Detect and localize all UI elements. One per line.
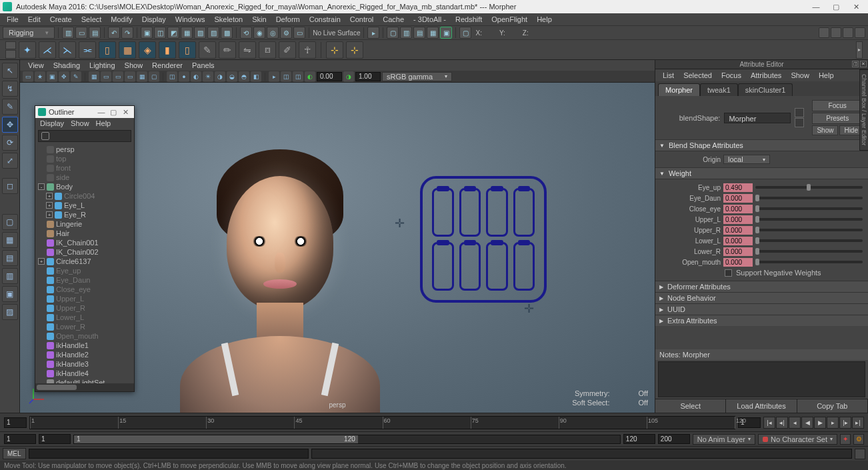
step-forward-key-button[interactable]: |▸ <box>839 417 851 429</box>
two-pane-v-icon[interactable]: ▥ <box>2 268 18 284</box>
anim-layer-dropdown[interactable]: No Anim Layer <box>693 434 755 445</box>
rig-ctrl-1[interactable] <box>432 188 454 237</box>
outliner-tree[interactable]: persptopfrontside-Body+Circle004+Eye_L+E… <box>35 143 134 383</box>
outliner-item-ikhandle2[interactable]: ikHandle2 <box>35 350 134 359</box>
outliner-item-lingerie[interactable]: Lingerie <box>35 219 134 229</box>
menu-modify[interactable]: Modify <box>107 14 136 25</box>
rig-ctrl-7[interactable] <box>486 242 508 291</box>
menu-display[interactable]: Display <box>138 14 170 25</box>
rig-ctrl-2[interactable] <box>459 188 481 237</box>
ae-go-upstream-icon[interactable] <box>795 108 804 117</box>
section-extra-attributes[interactable]: ▶Extra Attributes <box>655 315 868 326</box>
outliner-item-lowerr[interactable]: Lower_R <box>35 322 134 331</box>
layout-3-icon[interactable]: ▤ <box>413 27 425 39</box>
script-lang-label[interactable]: MEL <box>3 448 26 459</box>
vp-colorspace-dropdown[interactable]: sRGB gamma▾ <box>382 72 452 81</box>
layout-1-icon[interactable]: ▢ <box>387 27 399 39</box>
modeling-toolkit-icon[interactable] <box>819 27 829 38</box>
expand-icon[interactable]: + <box>46 202 53 209</box>
ipr-render-icon[interactable]: ◎ <box>267 27 279 39</box>
vp-motion-blur-icon[interactable]: ◓ <box>239 71 249 82</box>
rig-ctrl-3[interactable] <box>486 188 508 237</box>
weight-slider[interactable] <box>755 197 863 199</box>
outliner-item-ikchain001[interactable]: IK_Chain001 <box>35 238 134 247</box>
shelf-custom1-icon[interactable]: ⊹ <box>326 41 343 59</box>
outliner-item-eyer[interactable]: +Eye_R <box>35 210 134 219</box>
outliner-title-bar[interactable]: Outliner — ▢ ✕ <box>35 106 134 118</box>
viewport-3d[interactable]: ✛ ✛ Symmetry: Off Soft Select: Off persp… <box>20 83 655 413</box>
weight-slider[interactable] <box>755 261 863 263</box>
channel-box-toggle-icon[interactable] <box>855 27 865 38</box>
lasso-tool-icon[interactable]: ↯ <box>2 81 18 97</box>
play-back-button[interactable]: ◀ <box>801 417 813 429</box>
shelf-wrap-icon[interactable]: ▯ <box>99 41 116 59</box>
outliner-item-hair[interactable]: Hair <box>35 229 134 238</box>
move-tool-icon[interactable]: ✥ <box>2 117 18 133</box>
rig-ctrl-4[interactable] <box>513 188 535 237</box>
select-mode-icon[interactable]: ▣ <box>141 27 153 39</box>
outliner-item-upperl[interactable]: Upper_L <box>35 294 134 303</box>
vp-gamma-icon[interactable]: ◑ <box>343 71 354 82</box>
render-settings-icon[interactable]: ⚙ <box>280 27 292 39</box>
notes-textarea[interactable] <box>658 361 865 397</box>
snap-curve-icon[interactable]: ▧ <box>194 27 206 39</box>
shelf-ik-icon[interactable]: ⋌ <box>39 41 56 59</box>
outliner-item-body[interactable]: -Body <box>35 182 134 191</box>
section-uuid[interactable]: ▶UUID <box>655 303 868 315</box>
section-weight[interactable]: ▼Weight <box>655 167 868 179</box>
weight-slider[interactable] <box>755 218 863 221</box>
step-back-key-button[interactable]: ◂| <box>776 417 788 429</box>
ae-menu-show[interactable]: Show <box>787 70 813 81</box>
menu-control[interactable]: Control <box>346 14 377 25</box>
close-button[interactable]: ✕ <box>847 1 865 12</box>
outliner-item-eyedaun[interactable]: Eye_Daun <box>35 275 134 285</box>
range-start-field[interactable]: 1 <box>4 434 36 444</box>
time-slider-track[interactable]: 1153045607590105120 <box>29 416 735 429</box>
rig-ctrl-6[interactable] <box>459 242 481 291</box>
checkbox-icon[interactable] <box>725 269 732 277</box>
vp-menu-panels[interactable]: Panels <box>188 61 219 70</box>
menu-deform[interactable]: Deform <box>272 14 304 25</box>
section-blend-shape-attributes[interactable]: ▼Blend Shape Attributes <box>655 139 868 151</box>
outliner-menu-help[interactable]: Help <box>94 119 113 128</box>
vp-shadows-icon[interactable]: ◑ <box>215 71 225 82</box>
ae-close-icon[interactable]: ✕ <box>860 61 867 67</box>
outliner-item-top[interactable]: top <box>35 154 134 163</box>
vp-field-chart-icon[interactable]: ▦ <box>137 71 147 82</box>
character-set-dropdown[interactable]: No Character Set <box>758 434 837 445</box>
section-deformer-attributes[interactable]: ▶Deformer Attributes <box>655 281 868 292</box>
vp-2d-pan-icon[interactable]: ✥ <box>59 71 69 82</box>
shelf-scroll-icon[interactable]: ▸ <box>856 41 863 59</box>
blendshape-name-input[interactable]: Morpher <box>724 113 791 123</box>
vp-menu-shading[interactable]: Shading <box>49 61 84 70</box>
vp-grease-icon[interactable]: ✎ <box>71 71 81 82</box>
lasso-select-icon[interactable]: ◫ <box>154 27 166 39</box>
two-pane-h-icon[interactable]: ▤ <box>2 250 18 266</box>
outliner-item-ikchain002[interactable]: IK_Chain002 <box>35 247 134 257</box>
play-forward-button[interactable]: ▶ <box>814 417 826 429</box>
scale-tool-icon[interactable]: ⤢ <box>2 153 18 169</box>
outliner-minimize-icon[interactable]: — <box>95 108 107 116</box>
show-button[interactable]: Show <box>812 125 838 135</box>
playback-start-field[interactable]: 1 <box>39 434 71 444</box>
range-end-field[interactable]: 200 <box>658 434 690 444</box>
shelf-mirror-icon[interactable]: ⇋ <box>239 41 256 59</box>
playback-end-field[interactable]: 120 <box>623 434 655 444</box>
new-scene-icon[interactable]: ▥ <box>62 27 74 39</box>
shelf-paint-icon[interactable]: ✏ <box>219 41 236 59</box>
four-pane-icon[interactable]: ▦ <box>2 232 18 248</box>
weight-value-input[interactable]: 0.000 <box>723 237 753 245</box>
expand-icon[interactable]: - <box>38 183 45 190</box>
layout-2-icon[interactable]: ▥ <box>400 27 412 39</box>
rig-control-panel[interactable] <box>420 176 547 303</box>
layout-persp-icon[interactable]: ▣ <box>440 27 452 39</box>
paint-select-icon[interactable]: ◩ <box>167 27 179 39</box>
outliner-scrollbar[interactable] <box>35 383 134 391</box>
time-start-field[interactable]: 1 <box>4 417 27 428</box>
shelf-bind-icon[interactable]: ⫘ <box>79 41 96 59</box>
redo-icon[interactable]: ↷ <box>121 27 133 39</box>
load-attributes-button[interactable]: Load Attributes <box>726 399 797 413</box>
select-tool-icon[interactable]: ↖ <box>2 63 18 79</box>
ae-tab-morpher[interactable]: Morpher <box>658 83 700 96</box>
shelf-nonlinear-icon[interactable]: ▯ <box>179 41 196 59</box>
